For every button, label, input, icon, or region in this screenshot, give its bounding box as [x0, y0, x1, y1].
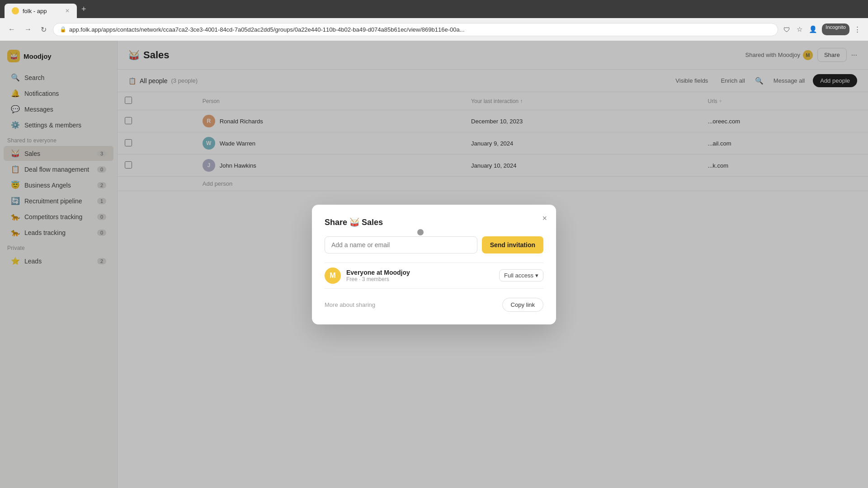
back-btn[interactable]: ←	[5, 23, 18, 35]
star-icon-btn[interactable]: ☆	[795, 23, 804, 35]
browser-chrome: folk - app ✕ + ← → ↻ 🔒 app.folk.app/apps…	[0, 0, 868, 41]
new-tab-btn[interactable]: +	[78, 3, 90, 16]
url-text: app.folk.app/apps/contacts/network/ccaa7…	[69, 26, 771, 33]
shield-icon-btn[interactable]: 🛡	[782, 23, 792, 35]
copy-link-btn[interactable]: Copy link	[502, 298, 543, 312]
tab-close-btn[interactable]: ✕	[65, 8, 70, 14]
forward-btn[interactable]: →	[22, 23, 34, 35]
modal-member-info: Everyone at Moodjoy Free · 3 members	[346, 269, 494, 282]
access-dropdown-btn[interactable]: Full access ▾	[499, 269, 543, 282]
more-sharing-link[interactable]: More about sharing	[325, 301, 375, 308]
browser-nav: ← → ↻ 🔒 app.folk.app/apps/contacts/netwo…	[0, 18, 868, 41]
invite-input[interactable]	[325, 236, 477, 253]
address-bar[interactable]: 🔒 app.folk.app/apps/contacts/network/cca…	[53, 23, 778, 36]
access-label: Full access	[504, 272, 533, 279]
active-tab[interactable]: folk - app ✕	[5, 4, 77, 18]
modal-footer: More about sharing Copy link	[325, 298, 543, 312]
modal-member-row: M Everyone at Moodjoy Free · 3 members F…	[325, 263, 543, 289]
profile-icon-btn[interactable]: 👤	[807, 23, 819, 35]
share-modal: × Share 🥁 Sales Send invitation M Everyo…	[312, 205, 556, 324]
modal-title-text: Share 🥁 Sales	[325, 217, 383, 227]
modal-member-avatar: M	[325, 267, 341, 284]
nav-actions: 🛡 ☆ 👤 Incognito ⋮	[782, 23, 863, 35]
modal-input-row: Send invitation	[325, 236, 543, 253]
menu-btn[interactable]: ⋮	[852, 23, 863, 35]
tab-title: folk - app	[23, 8, 47, 14]
send-invitation-btn[interactable]: Send invitation	[482, 236, 543, 253]
modal-member-name: Everyone at Moodjoy	[346, 269, 494, 276]
lock-icon: 🔒	[60, 26, 66, 33]
modal-member-sub: Free · 3 members	[346, 276, 494, 282]
chevron-down-icon: ▾	[535, 272, 538, 279]
tab-favicon	[12, 7, 19, 14]
browser-tabs: folk - app ✕ +	[0, 0, 868, 18]
modal-close-btn[interactable]: ×	[542, 214, 547, 223]
incognito-badge: Incognito	[822, 23, 849, 35]
modal-overlay[interactable]: × Share 🥁 Sales Send invitation M Everyo…	[0, 41, 868, 488]
reload-btn[interactable]: ↻	[38, 23, 49, 36]
modal-title: Share 🥁 Sales	[325, 217, 543, 227]
